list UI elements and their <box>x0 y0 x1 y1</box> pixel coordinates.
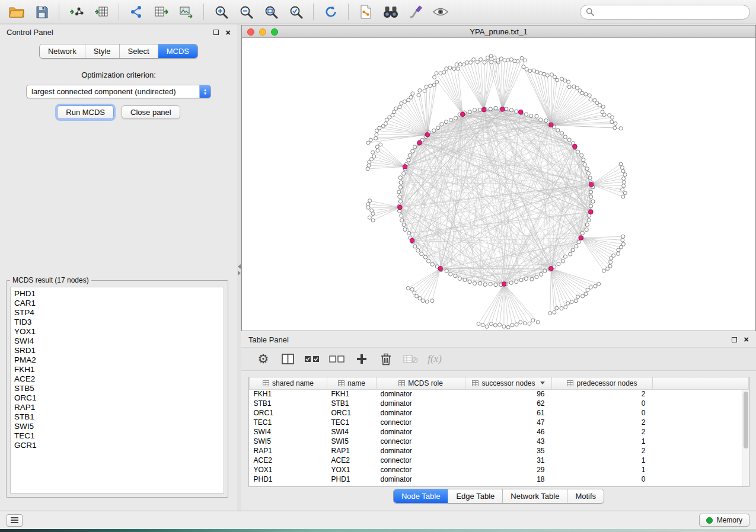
show-columns-button[interactable] <box>280 350 295 368</box>
table-row[interactable]: SWI4SWI4dominator462 <box>250 427 749 437</box>
paint-brush-icon <box>409 5 423 19</box>
tab-edge-table[interactable]: Edge Table <box>448 489 503 503</box>
mcds-result-item[interactable]: YOX1 <box>14 327 220 336</box>
desktop-background <box>0 529 756 532</box>
column-header-shared-name[interactable]: shared name <box>250 377 327 389</box>
style-brush-button[interactable] <box>405 2 426 22</box>
zoom-out-button[interactable] <box>235 2 257 22</box>
share-document-button[interactable] <box>355 2 377 22</box>
table-row[interactable]: RAP1RAP1dominator352 <box>250 446 749 456</box>
export-image-icon <box>179 5 193 18</box>
mcds-result-item[interactable]: TEC1 <box>14 431 220 441</box>
close-window-icon[interactable] <box>247 28 254 36</box>
mcds-result-item[interactable]: STP4 <box>14 308 220 318</box>
import-network-button[interactable] <box>66 2 87 22</box>
search-input[interactable] <box>598 7 744 17</box>
table-row[interactable]: FKH1FKH1dominator962 <box>250 389 749 399</box>
splitter-collapse-icons[interactable] <box>237 264 241 275</box>
tab-node-table[interactable]: Node Table <box>394 489 449 503</box>
table-row[interactable]: TEC1TEC1connector472 <box>250 418 749 427</box>
zoom-selected-button[interactable] <box>285 2 307 22</box>
mcds-result-item[interactable]: PHD1 <box>14 289 220 299</box>
mcds-result-item[interactable]: FKH1 <box>14 365 220 374</box>
select-all-rows-button[interactable] <box>304 350 320 368</box>
tab-style[interactable]: Style <box>85 44 120 58</box>
tab-mcds[interactable]: MCDS <box>158 44 197 58</box>
vertical-splitter[interactable] <box>237 24 241 511</box>
zoom-in-button[interactable] <box>210 2 232 22</box>
network-view-titlebar[interactable]: YPA_prune.txt_1 <box>242 25 755 38</box>
table-cell: 47 <box>465 418 552 427</box>
mcds-result-item[interactable]: RAP1 <box>14 403 220 412</box>
mcds-result-item[interactable]: STB1 <box>14 412 220 422</box>
delete-column-button[interactable] <box>378 350 394 368</box>
binoculars-icon <box>382 5 399 18</box>
column-header-predecessor-nodes[interactable]: predecessor nodes <box>552 377 653 389</box>
collapse-left-icon[interactable] <box>238 264 241 269</box>
mcds-result-item[interactable]: CAR1 <box>14 299 220 308</box>
network-canvas[interactable] <box>242 38 755 331</box>
table-cell: 61 <box>465 408 552 418</box>
maximize-window-icon[interactable] <box>271 28 278 36</box>
export-image-button[interactable] <box>176 2 197 22</box>
search-network-button[interactable] <box>380 2 401 22</box>
memory-button[interactable]: Memory <box>699 514 749 527</box>
optimization-criterion-label: Optimization criterion: <box>0 70 237 79</box>
tab-motifs[interactable]: Motifs <box>567 489 604 503</box>
table-cell: 96 <box>465 389 552 399</box>
table-row[interactable]: YOX1YOX1connector291 <box>250 465 749 475</box>
mcds-result-item[interactable]: STB5 <box>14 384 220 393</box>
close-panel-button[interactable]: Close panel <box>122 105 180 119</box>
table-row[interactable]: ACE2ACE2connector311 <box>250 456 749 465</box>
mcds-result-item[interactable]: ACE2 <box>14 374 220 384</box>
save-session-button[interactable] <box>31 2 52 22</box>
table-cell: connector <box>377 456 465 465</box>
delete-table-button[interactable] <box>403 350 418 368</box>
application-window: Control Panel × Network Style Select MCD… <box>0 0 756 532</box>
show-hide-button[interactable] <box>430 2 451 22</box>
table-vertical-scrollbar[interactable] <box>742 390 749 486</box>
minimize-window-icon[interactable] <box>259 28 266 36</box>
run-mcds-button[interactable]: Run MCDS <box>57 105 114 119</box>
mcds-result-item[interactable]: TID3 <box>14 318 220 327</box>
mcds-result-item[interactable]: SWI4 <box>14 336 220 346</box>
table-settings-button[interactable]: ⚙ <box>256 350 271 368</box>
close-panel-icon[interactable]: × <box>225 30 231 36</box>
mcds-result-item[interactable]: SRD1 <box>14 346 220 355</box>
export-table-button[interactable] <box>151 2 172 22</box>
column-header-name[interactable]: name <box>327 377 377 389</box>
zoom-fit-button[interactable] <box>260 2 282 22</box>
tab-network-table[interactable]: Network Table <box>503 489 567 503</box>
main-toolbar <box>0 0 756 24</box>
checked-boxes-icon <box>304 355 320 363</box>
refresh-view-button[interactable] <box>320 2 342 22</box>
mcds-result-item[interactable]: PMA2 <box>14 355 220 365</box>
table-row[interactable]: ORC1ORC1dominator610 <box>250 408 749 418</box>
float-panel-icon[interactable] <box>213 30 219 35</box>
expand-right-icon[interactable] <box>238 271 241 275</box>
function-builder-button[interactable]: f(x) <box>427 350 442 368</box>
table-panel: Table Panel × ⚙ <box>241 332 756 511</box>
float-table-panel-icon[interactable] <box>732 337 737 342</box>
import-table-button[interactable] <box>91 2 112 22</box>
task-history-button[interactable] <box>7 514 23 527</box>
column-header-mcds-role[interactable]: MCDS role <box>377 377 465 389</box>
deselect-all-rows-button[interactable] <box>329 350 345 368</box>
optimization-criterion-dropdown[interactable]: largest connected component (undirected)… <box>26 85 211 98</box>
export-network-button[interactable] <box>126 2 147 22</box>
mcds-result-item[interactable]: ORC1 <box>14 393 220 403</box>
mcds-result-item[interactable]: GCR1 <box>14 441 220 450</box>
tab-select[interactable]: Select <box>120 44 158 58</box>
tab-network[interactable]: Network <box>40 44 85 58</box>
mcds-result-list[interactable]: PHD1CAR1STP4TID3YOX1SWI4SRD1PMA2FKH1ACE2… <box>10 287 224 493</box>
add-column-button[interactable] <box>354 350 369 368</box>
close-table-panel-icon[interactable]: × <box>744 336 749 342</box>
table-row[interactable]: PHD1PHD1dominator180 <box>250 475 749 484</box>
table-row[interactable]: STB1STB1dominator620 <box>250 399 749 408</box>
column-header-successor-nodes[interactable]: successor nodes <box>465 377 552 389</box>
open-session-button[interactable] <box>6 2 27 22</box>
mcds-result-item[interactable]: SWI5 <box>14 422 220 431</box>
table-row[interactable]: SWI5SWI5connector431 <box>250 437 749 446</box>
scrollbar-thumb[interactable] <box>744 392 748 448</box>
global-search-field[interactable] <box>580 5 750 20</box>
